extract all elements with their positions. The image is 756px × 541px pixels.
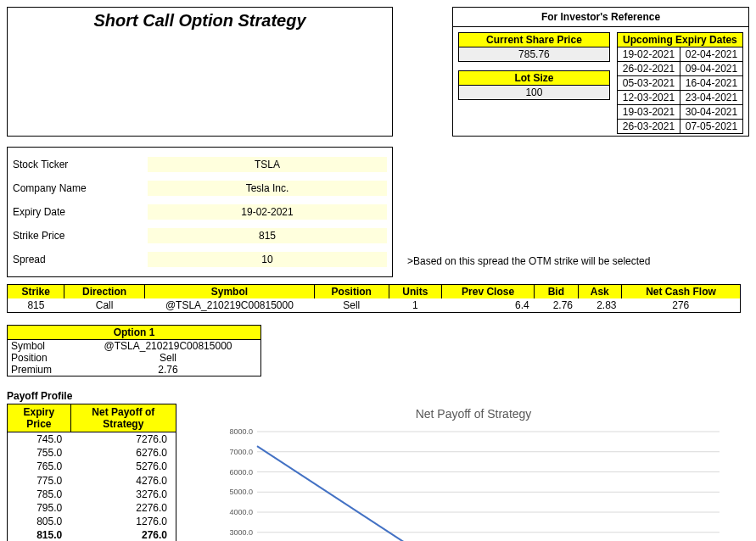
ticker-label: Stock Ticker [8,159,148,170]
table-row: 765.05276.0 [8,460,176,473]
expiry-input[interactable]: 19-02-2021 [148,204,387,220]
svg-text:4000.0: 4000.0 [229,508,253,516]
col-bid: Bid [535,285,578,299]
col-ncf: Net Cash Flow [622,285,741,299]
company-input[interactable]: Tesla Inc. [148,181,387,196]
table-row: 785.03276.0 [8,488,176,501]
inputs-panel: Stock TickerTSLA Company NameTesla Inc. … [7,147,393,277]
option1-title: Option 1 [8,326,260,340]
table-row: 815 Call @TSLA_210219C00815000 Sell 1 6.… [8,298,741,313]
table-row: 755.06276.0 [8,446,176,460]
spread-note: >Based on this spread the OTM strike wil… [407,255,749,267]
table-row: 805.01276.0 [8,515,176,528]
ticker-input[interactable]: TSLA [148,157,387,172]
payoff-chart: Net Payoff of Strategy 0.01000.02000.030… [219,407,728,541]
table-row: 815.0276.0 [8,528,176,541]
payoff-col2: Net Payoff of Strategy [70,404,176,432]
table-row: 795.02276.0 [8,501,176,515]
col-symbol: Symbol [144,285,314,299]
svg-text:3000.0: 3000.0 [229,528,253,537]
table-row: 775.04276.0 [8,474,176,488]
col-ask: Ask [578,285,621,299]
expiry-dates-table: Upcoming Expiry Dates 19-02-202102-04-20… [617,32,743,134]
payoff-table: Expiry Price Net Payoff of Strategy 745.… [7,404,176,541]
strike-input[interactable]: 815 [148,228,387,243]
lot-size-label: Lot Size [458,70,610,86]
share-price-label: Current Share Price [458,32,610,47]
payoff-col1: Expiry Price [8,404,71,432]
company-label: Company Name [8,182,148,194]
col-position: Position [314,285,389,299]
svg-text:8000.0: 8000.0 [229,427,253,436]
col-prev: Prev Close [442,285,535,299]
lot-size-value: 100 [458,86,610,100]
payoff-title: Payoff Profile [7,390,749,402]
option1-panel: Option 1 Symbol@TSLA_210219C00815000 Pos… [7,325,261,376]
col-strike: Strike [8,285,64,299]
page-title: Short Call Option Strategy [7,7,393,137]
col-units: Units [389,285,442,299]
table-row: 745.07276.0 [8,432,176,447]
spread-input[interactable]: 10 [148,252,387,267]
dates-header: Upcoming Expiry Dates [617,33,742,47]
svg-text:6000.0: 6000.0 [229,468,253,477]
strike-label: Strike Price [8,230,148,242]
svg-text:5000.0: 5000.0 [229,488,253,496]
option-chain-table: Strike Direction Symbol Position Units P… [7,284,741,313]
svg-text:7000.0: 7000.0 [229,448,253,456]
chart-title: Net Payoff of Strategy [219,407,728,421]
reference-title: For Investor's Reference [452,7,749,26]
reference-body: Current Share Price 785.76 Lot Size 100 … [452,26,749,137]
col-direction: Direction [64,285,145,299]
expiry-label: Expiry Date [8,206,148,218]
share-price-value: 785.76 [458,47,610,62]
spread-label: Spread [8,254,148,265]
